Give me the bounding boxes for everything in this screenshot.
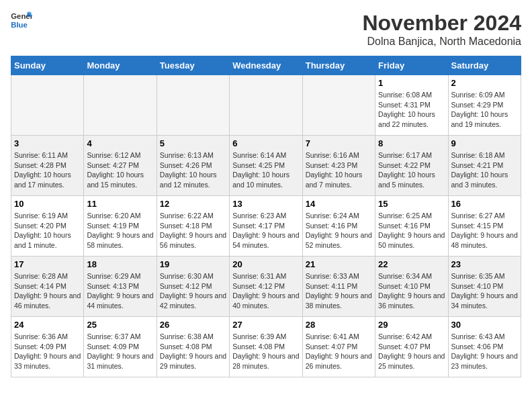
day-number: 27 <box>232 320 299 330</box>
day-number: 23 <box>451 259 518 269</box>
day-number: 8 <box>378 138 445 148</box>
day-info: Sunrise: 6:31 AMSunset: 4:12 PMDaylight:… <box>232 271 299 311</box>
calendar-cell <box>11 75 84 136</box>
day-number: 28 <box>306 320 372 330</box>
day-number: 16 <box>451 199 518 209</box>
day-info: Sunrise: 6:43 AMSunset: 4:06 PMDaylight:… <box>451 332 518 371</box>
weekday-header-row: SundayMondayTuesdayWednesdayThursdayFrid… <box>11 56 521 75</box>
day-number: 3 <box>14 138 81 148</box>
day-number: 24 <box>14 320 81 330</box>
day-number: 30 <box>451 320 518 330</box>
day-info: Sunrise: 6:27 AMSunset: 4:15 PMDaylight:… <box>451 211 518 250</box>
logo: General Blue <box>11 11 32 30</box>
day-info: Sunrise: 6:38 AMSunset: 4:08 PMDaylight:… <box>160 332 226 371</box>
day-number: 13 <box>232 199 299 209</box>
logo-icon: General Blue <box>11 11 32 30</box>
calendar-cell: 11Sunrise: 6:20 AMSunset: 4:19 PMDayligh… <box>84 196 157 257</box>
weekday-header-friday: Friday <box>375 56 448 75</box>
calendar-cell: 19Sunrise: 6:30 AMSunset: 4:12 PMDayligh… <box>157 257 229 317</box>
calendar-cell: 23Sunrise: 6:35 AMSunset: 4:10 PMDayligh… <box>448 257 521 317</box>
day-info: Sunrise: 6:33 AMSunset: 4:11 PMDaylight:… <box>306 271 372 311</box>
calendar-cell: 8Sunrise: 6:17 AMSunset: 4:22 PMDaylight… <box>375 136 448 196</box>
day-info: Sunrise: 6:25 AMSunset: 4:16 PMDaylight:… <box>378 211 445 250</box>
svg-text:Blue: Blue <box>11 21 28 29</box>
weekday-header-monday: Monday <box>84 56 157 75</box>
day-number: 19 <box>160 259 226 269</box>
weekday-header-sunday: Sunday <box>11 56 84 75</box>
calendar-cell: 22Sunrise: 6:34 AMSunset: 4:10 PMDayligh… <box>375 257 448 317</box>
calendar-cell: 4Sunrise: 6:12 AMSunset: 4:27 PMDaylight… <box>84 136 157 196</box>
calendar-cell: 17Sunrise: 6:28 AMSunset: 4:14 PMDayligh… <box>11 257 84 317</box>
calendar-week-1: 1Sunrise: 6:08 AMSunset: 4:31 PMDaylight… <box>11 75 521 136</box>
calendar-cell: 20Sunrise: 6:31 AMSunset: 4:12 PMDayligh… <box>230 257 302 317</box>
day-info: Sunrise: 6:42 AMSunset: 4:07 PMDaylight:… <box>378 332 445 371</box>
day-number: 6 <box>232 138 299 148</box>
calendar-cell: 25Sunrise: 6:37 AMSunset: 4:09 PMDayligh… <box>84 317 157 377</box>
day-info: Sunrise: 6:12 AMSunset: 4:27 PMDaylight:… <box>87 150 153 190</box>
day-info: Sunrise: 6:08 AMSunset: 4:31 PMDaylight:… <box>378 90 445 130</box>
day-info: Sunrise: 6:39 AMSunset: 4:08 PMDaylight:… <box>232 332 299 371</box>
day-info: Sunrise: 6:22 AMSunset: 4:18 PMDaylight:… <box>160 211 226 250</box>
calendar-cell <box>157 75 229 136</box>
day-number: 9 <box>451 138 518 148</box>
month-title: November 2024 <box>362 11 521 36</box>
day-number: 12 <box>160 199 226 209</box>
day-number: 20 <box>232 259 299 269</box>
calendar-cell: 9Sunrise: 6:18 AMSunset: 4:21 PMDaylight… <box>448 136 521 196</box>
weekday-header-tuesday: Tuesday <box>157 56 229 75</box>
weekday-header-thursday: Thursday <box>302 56 375 75</box>
day-info: Sunrise: 6:16 AMSunset: 4:23 PMDaylight:… <box>306 150 372 190</box>
day-info: Sunrise: 6:41 AMSunset: 4:07 PMDaylight:… <box>306 332 372 371</box>
calendar-cell: 28Sunrise: 6:41 AMSunset: 4:07 PMDayligh… <box>302 317 375 377</box>
day-number: 14 <box>306 199 372 209</box>
day-number: 17 <box>14 259 81 269</box>
calendar-cell <box>302 75 375 136</box>
calendar-cell <box>84 75 157 136</box>
day-number: 22 <box>378 259 445 269</box>
day-number: 11 <box>87 199 153 209</box>
calendar-cell: 24Sunrise: 6:36 AMSunset: 4:09 PMDayligh… <box>11 317 84 377</box>
calendar-cell: 13Sunrise: 6:23 AMSunset: 4:17 PMDayligh… <box>230 196 302 257</box>
calendar-cell: 16Sunrise: 6:27 AMSunset: 4:15 PMDayligh… <box>448 196 521 257</box>
location-title: Dolna Banjica, North Macedonia <box>362 36 521 48</box>
day-info: Sunrise: 6:13 AMSunset: 4:26 PMDaylight:… <box>160 150 226 190</box>
day-number: 18 <box>87 259 153 269</box>
day-info: Sunrise: 6:19 AMSunset: 4:20 PMDaylight:… <box>14 211 81 250</box>
calendar-cell: 2Sunrise: 6:09 AMSunset: 4:29 PMDaylight… <box>448 75 521 136</box>
title-area: November 2024 Dolna Banjica, North Maced… <box>362 11 521 48</box>
day-info: Sunrise: 6:23 AMSunset: 4:17 PMDaylight:… <box>232 211 299 250</box>
day-info: Sunrise: 6:36 AMSunset: 4:09 PMDaylight:… <box>14 332 81 371</box>
calendar-cell: 12Sunrise: 6:22 AMSunset: 4:18 PMDayligh… <box>157 196 229 257</box>
calendar-cell: 14Sunrise: 6:24 AMSunset: 4:16 PMDayligh… <box>302 196 375 257</box>
calendar-cell: 15Sunrise: 6:25 AMSunset: 4:16 PMDayligh… <box>375 196 448 257</box>
day-info: Sunrise: 6:34 AMSunset: 4:10 PMDaylight:… <box>378 271 445 311</box>
day-info: Sunrise: 6:09 AMSunset: 4:29 PMDaylight:… <box>451 90 518 130</box>
day-info: Sunrise: 6:18 AMSunset: 4:21 PMDaylight:… <box>451 150 518 190</box>
calendar-cell: 27Sunrise: 6:39 AMSunset: 4:08 PMDayligh… <box>230 317 302 377</box>
day-info: Sunrise: 6:17 AMSunset: 4:22 PMDaylight:… <box>378 150 445 190</box>
calendar-cell: 5Sunrise: 6:13 AMSunset: 4:26 PMDaylight… <box>157 136 229 196</box>
day-number: 10 <box>14 199 81 209</box>
day-info: Sunrise: 6:20 AMSunset: 4:19 PMDaylight:… <box>87 211 153 250</box>
day-number: 25 <box>87 320 153 330</box>
calendar-cell: 21Sunrise: 6:33 AMSunset: 4:11 PMDayligh… <box>302 257 375 317</box>
page-header: General Blue November 2024 Dolna Banjica… <box>11 11 521 48</box>
day-info: Sunrise: 6:35 AMSunset: 4:10 PMDaylight:… <box>451 271 518 311</box>
day-number: 29 <box>378 320 445 330</box>
day-info: Sunrise: 6:24 AMSunset: 4:16 PMDaylight:… <box>306 211 372 250</box>
calendar-week-2: 3Sunrise: 6:11 AMSunset: 4:28 PMDaylight… <box>11 136 521 196</box>
calendar-cell: 6Sunrise: 6:14 AMSunset: 4:25 PMDaylight… <box>230 136 302 196</box>
day-number: 7 <box>306 138 372 148</box>
day-number: 21 <box>306 259 372 269</box>
day-number: 15 <box>378 199 445 209</box>
day-info: Sunrise: 6:14 AMSunset: 4:25 PMDaylight:… <box>232 150 299 190</box>
calendar-cell <box>230 75 302 136</box>
calendar-week-3: 10Sunrise: 6:19 AMSunset: 4:20 PMDayligh… <box>11 196 521 257</box>
calendar-cell: 18Sunrise: 6:29 AMSunset: 4:13 PMDayligh… <box>84 257 157 317</box>
weekday-header-wednesday: Wednesday <box>230 56 302 75</box>
calendar-cell: 30Sunrise: 6:43 AMSunset: 4:06 PMDayligh… <box>448 317 521 377</box>
calendar-table: SundayMondayTuesdayWednesdayThursdayFrid… <box>11 56 521 377</box>
day-info: Sunrise: 6:30 AMSunset: 4:12 PMDaylight:… <box>160 271 226 311</box>
day-number: 1 <box>378 78 445 88</box>
calendar-cell: 3Sunrise: 6:11 AMSunset: 4:28 PMDaylight… <box>11 136 84 196</box>
